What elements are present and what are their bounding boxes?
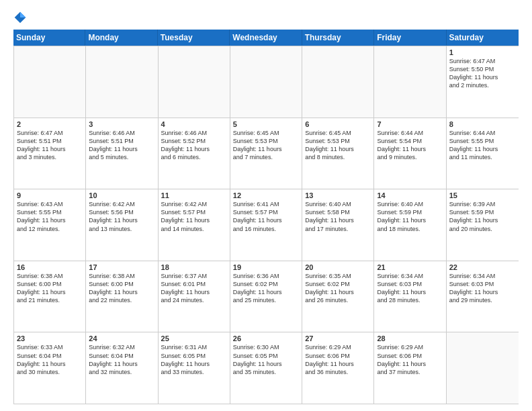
day-number: 13 <box>305 191 371 199</box>
day-info: Sunrise: 6:41 AM Sunset: 5:57 PM Dayligh… <box>233 201 282 232</box>
day-number: 11 <box>161 191 227 199</box>
weekday-header-wednesday: Wednesday <box>230 30 302 46</box>
calendar-body: 1Sunrise: 6:47 AM Sunset: 5:50 PM Daylig… <box>13 46 519 404</box>
weekday-header-saturday: Saturday <box>447 30 519 46</box>
day-cell-15: 15Sunrise: 6:39 AM Sunset: 5:59 PM Dayli… <box>447 189 519 261</box>
day-cell-2: 2Sunrise: 6:47 AM Sunset: 5:51 PM Daylig… <box>14 118 86 189</box>
day-number: 9 <box>17 191 83 199</box>
day-number: 24 <box>89 334 154 342</box>
day-cell-19: 19Sunrise: 6:36 AM Sunset: 6:02 PM Dayli… <box>230 261 302 332</box>
weekday-header-thursday: Thursday <box>302 30 374 46</box>
day-info: Sunrise: 6:38 AM Sunset: 6:00 PM Dayligh… <box>17 273 66 304</box>
day-cell-empty-0-2 <box>159 46 230 118</box>
day-cell-empty-4-6 <box>447 332 519 404</box>
day-info: Sunrise: 6:46 AM Sunset: 5:51 PM Dayligh… <box>89 130 138 161</box>
day-cell-23: 23Sunrise: 6:33 AM Sunset: 6:04 PM Dayli… <box>14 332 86 404</box>
day-number: 3 <box>89 120 154 128</box>
day-info: Sunrise: 6:34 AM Sunset: 6:03 PM Dayligh… <box>449 273 498 304</box>
day-cell-10: 10Sunrise: 6:42 AM Sunset: 5:56 PM Dayli… <box>86 189 158 261</box>
day-number: 21 <box>377 263 443 271</box>
day-info: Sunrise: 6:34 AM Sunset: 6:03 PM Dayligh… <box>377 273 426 304</box>
day-cell-16: 16Sunrise: 6:38 AM Sunset: 6:00 PM Dayli… <box>14 261 86 332</box>
day-info: Sunrise: 6:36 AM Sunset: 6:02 PM Dayligh… <box>233 273 282 304</box>
day-cell-28: 28Sunrise: 6:29 AM Sunset: 6:06 PM Dayli… <box>374 332 446 404</box>
day-cell-empty-0-3 <box>230 46 302 118</box>
day-info: Sunrise: 6:29 AM Sunset: 6:06 PM Dayligh… <box>305 344 354 375</box>
day-info: Sunrise: 6:47 AM Sunset: 5:51 PM Dayligh… <box>17 130 66 161</box>
day-number: 27 <box>305 334 371 342</box>
day-number: 20 <box>305 263 371 271</box>
day-cell-18: 18Sunrise: 6:37 AM Sunset: 6:01 PM Dayli… <box>159 261 230 332</box>
day-cell-26: 26Sunrise: 6:30 AM Sunset: 6:05 PM Dayli… <box>230 332 302 404</box>
day-number: 5 <box>233 120 299 128</box>
day-cell-5: 5Sunrise: 6:45 AM Sunset: 5:53 PM Daylig… <box>230 118 302 189</box>
day-info: Sunrise: 6:42 AM Sunset: 5:56 PM Dayligh… <box>89 201 138 232</box>
day-number: 2 <box>17 120 83 128</box>
day-number: 16 <box>17 263 83 271</box>
day-info: Sunrise: 6:39 AM Sunset: 5:59 PM Dayligh… <box>449 201 498 232</box>
day-info: Sunrise: 6:44 AM Sunset: 5:54 PM Dayligh… <box>377 130 426 161</box>
day-cell-25: 25Sunrise: 6:31 AM Sunset: 6:05 PM Dayli… <box>159 332 230 404</box>
day-cell-17: 17Sunrise: 6:38 AM Sunset: 6:00 PM Dayli… <box>86 261 158 332</box>
weekday-header-tuesday: Tuesday <box>158 30 230 46</box>
day-info: Sunrise: 6:44 AM Sunset: 5:55 PM Dayligh… <box>449 130 498 161</box>
day-info: Sunrise: 6:40 AM Sunset: 5:58 PM Dayligh… <box>305 201 354 232</box>
calendar-row-4: 16Sunrise: 6:38 AM Sunset: 6:00 PM Dayli… <box>14 261 519 332</box>
day-cell-7: 7Sunrise: 6:44 AM Sunset: 5:54 PM Daylig… <box>374 118 446 189</box>
day-info: Sunrise: 6:45 AM Sunset: 5:53 PM Dayligh… <box>233 130 282 161</box>
day-number: 10 <box>89 191 154 199</box>
day-cell-27: 27Sunrise: 6:29 AM Sunset: 6:06 PM Dayli… <box>302 332 374 404</box>
day-number: 14 <box>377 191 443 199</box>
day-cell-20: 20Sunrise: 6:35 AM Sunset: 6:02 PM Dayli… <box>302 261 374 332</box>
day-info: Sunrise: 6:45 AM Sunset: 5:53 PM Dayligh… <box>305 130 354 161</box>
weekday-header-friday: Friday <box>374 30 446 46</box>
day-info: Sunrise: 6:47 AM Sunset: 5:50 PM Dayligh… <box>449 58 498 89</box>
page: SundayMondayTuesdayWednesdayThursdayFrid… <box>0 0 532 411</box>
logo-icon <box>13 11 27 24</box>
day-number: 28 <box>377 334 443 342</box>
calendar: SundayMondayTuesdayWednesdayThursdayFrid… <box>13 30 519 404</box>
day-number: 17 <box>89 263 154 271</box>
logo-row <box>13 11 32 24</box>
day-cell-24: 24Sunrise: 6:32 AM Sunset: 6:04 PM Dayli… <box>86 332 158 404</box>
day-number: 25 <box>161 334 227 342</box>
day-number: 18 <box>161 263 227 271</box>
day-number: 22 <box>449 263 516 271</box>
weekday-header-sunday: Sunday <box>13 30 85 46</box>
day-cell-22: 22Sunrise: 6:34 AM Sunset: 6:03 PM Dayli… <box>447 261 519 332</box>
day-cell-4: 4Sunrise: 6:46 AM Sunset: 5:52 PM Daylig… <box>159 118 230 189</box>
day-info: Sunrise: 6:33 AM Sunset: 6:04 PM Dayligh… <box>17 344 66 375</box>
day-number: 15 <box>449 191 516 199</box>
svg-marker-1 <box>20 12 26 17</box>
calendar-row-3: 9Sunrise: 6:43 AM Sunset: 5:55 PM Daylig… <box>14 189 519 261</box>
calendar-header: SundayMondayTuesdayWednesdayThursdayFrid… <box>13 30 519 46</box>
day-cell-8: 8Sunrise: 6:44 AM Sunset: 5:55 PM Daylig… <box>447 118 519 189</box>
day-cell-21: 21Sunrise: 6:34 AM Sunset: 6:03 PM Dayli… <box>374 261 446 332</box>
calendar-row-1: 1Sunrise: 6:47 AM Sunset: 5:50 PM Daylig… <box>14 46 519 118</box>
day-number: 8 <box>449 120 516 128</box>
day-info: Sunrise: 6:42 AM Sunset: 5:57 PM Dayligh… <box>161 201 210 232</box>
day-cell-11: 11Sunrise: 6:42 AM Sunset: 5:57 PM Dayli… <box>159 189 230 261</box>
day-number: 12 <box>233 191 299 199</box>
day-number: 19 <box>233 263 299 271</box>
weekday-header-monday: Monday <box>85 30 157 46</box>
day-info: Sunrise: 6:46 AM Sunset: 5:52 PM Dayligh… <box>161 130 210 161</box>
day-cell-3: 3Sunrise: 6:46 AM Sunset: 5:51 PM Daylig… <box>86 118 158 189</box>
day-cell-empty-0-1 <box>86 46 158 118</box>
day-info: Sunrise: 6:43 AM Sunset: 5:55 PM Dayligh… <box>17 201 66 232</box>
day-cell-9: 9Sunrise: 6:43 AM Sunset: 5:55 PM Daylig… <box>14 189 86 261</box>
calendar-row-5: 23Sunrise: 6:33 AM Sunset: 6:04 PM Dayli… <box>14 332 519 404</box>
day-number: 6 <box>305 120 371 128</box>
day-info: Sunrise: 6:31 AM Sunset: 6:05 PM Dayligh… <box>161 344 210 375</box>
day-info: Sunrise: 6:40 AM Sunset: 5:59 PM Dayligh… <box>377 201 426 232</box>
day-info: Sunrise: 6:29 AM Sunset: 6:06 PM Dayligh… <box>377 344 426 375</box>
day-cell-6: 6Sunrise: 6:45 AM Sunset: 5:53 PM Daylig… <box>302 118 374 189</box>
logo <box>13 11 32 24</box>
day-info: Sunrise: 6:35 AM Sunset: 6:02 PM Dayligh… <box>305 273 354 304</box>
day-number: 7 <box>377 120 443 128</box>
day-cell-14: 14Sunrise: 6:40 AM Sunset: 5:59 PM Dayli… <box>374 189 446 261</box>
day-cell-13: 13Sunrise: 6:40 AM Sunset: 5:58 PM Dayli… <box>302 189 374 261</box>
header <box>13 11 519 24</box>
day-number: 4 <box>161 120 227 128</box>
day-cell-empty-0-5 <box>374 46 446 118</box>
